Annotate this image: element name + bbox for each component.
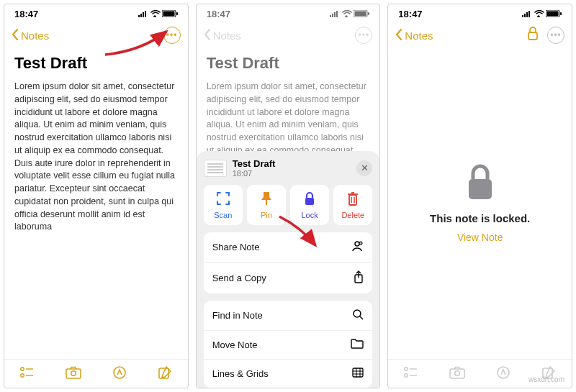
- signal-icon: [138, 9, 149, 19]
- svg-rect-42: [522, 15, 523, 17]
- note-content[interactable]: Test Draft Lorem ipsum dolor sit amet, c…: [4, 47, 188, 359]
- lines-grids-item[interactable]: Lines & Grids: [204, 359, 373, 388]
- note-body: Lorem ipsum dolor sit amet, consectetur …: [14, 81, 178, 234]
- svg-rect-44: [526, 12, 528, 17]
- locked-message: This note is locked.: [430, 212, 530, 224]
- more-button: •••: [355, 27, 372, 44]
- menu-group-2: Find in Note Move Note Lines & Grids: [204, 301, 373, 388]
- svg-rect-1: [140, 14, 142, 17]
- menu-group-1: Share Note Send a Copy: [204, 232, 373, 293]
- status-time: 18:47: [207, 9, 230, 19]
- svg-rect-37: [353, 368, 363, 377]
- draw-icon: [496, 365, 510, 383]
- send-copy-item[interactable]: Send a Copy: [204, 262, 373, 293]
- svg-rect-18: [336, 11, 338, 17]
- pin-icon: [259, 191, 274, 208]
- svg-rect-47: [547, 11, 559, 16]
- move-note-item[interactable]: Move Note: [204, 330, 373, 359]
- view-note-link[interactable]: View Note: [457, 232, 503, 243]
- share-note-item[interactable]: Share Note: [204, 232, 373, 262]
- more-button[interactable]: •••: [163, 27, 181, 44]
- menu-label: Share Note: [212, 242, 260, 252]
- ellipsis-icon: •••: [550, 30, 562, 40]
- back-button: Notes: [204, 29, 241, 42]
- back-button[interactable]: Notes: [12, 29, 49, 42]
- scan-icon: [215, 191, 231, 208]
- wifi-icon: [342, 9, 352, 19]
- svg-rect-19: [354, 10, 367, 17]
- chevron-left-icon: [395, 29, 402, 42]
- status-bar: 18:47: [197, 4, 380, 23]
- svg-rect-49: [528, 32, 537, 40]
- back-label: Notes: [405, 29, 433, 42]
- svg-point-35: [354, 310, 361, 317]
- lock-label: Lock: [301, 211, 318, 219]
- chevron-left-icon: [204, 29, 211, 42]
- svg-rect-15: [330, 15, 331, 17]
- compose-icon[interactable]: [158, 365, 172, 383]
- back-label: Notes: [21, 29, 49, 42]
- sheet-title: Test Draft: [233, 158, 276, 169]
- status-right: [522, 9, 562, 19]
- camera-icon: [449, 366, 465, 382]
- trash-icon: [346, 191, 360, 208]
- menu-label: Lines & Grids: [212, 368, 269, 379]
- checklist-icon[interactable]: [20, 366, 35, 382]
- status-bar: 18:47: [4, 4, 188, 23]
- close-button[interactable]: ✕: [356, 160, 372, 176]
- note-title: Test Draft: [14, 52, 178, 74]
- svg-rect-24: [349, 195, 356, 205]
- nav-bar: Notes •••: [197, 23, 380, 47]
- note-title: Test Draft: [207, 52, 370, 74]
- svg-rect-43: [524, 14, 526, 17]
- svg-rect-16: [332, 14, 333, 17]
- delete-label: Delete: [341, 211, 364, 219]
- camera-icon[interactable]: [66, 366, 81, 382]
- svg-point-9: [20, 373, 24, 377]
- folder-icon: [351, 339, 364, 351]
- svg-point-29: [355, 242, 359, 246]
- pin-label: Pin: [261, 211, 272, 219]
- pin-button[interactable]: Pin: [247, 185, 286, 225]
- svg-rect-5: [163, 11, 174, 16]
- back-label: Notes: [213, 29, 241, 42]
- lock-icon: [302, 191, 317, 208]
- svg-line-36: [360, 316, 363, 319]
- more-button: •••: [547, 27, 564, 44]
- lock-button[interactable]: Lock: [290, 185, 329, 225]
- phone-screen-2: 18:47 Notes ••• Test Draft Lorem ipsum d…: [196, 4, 381, 388]
- draw-icon[interactable]: [112, 365, 127, 383]
- svg-rect-21: [368, 12, 369, 15]
- svg-point-56: [455, 370, 460, 375]
- action-row: Scan Pin Lock Delete: [204, 185, 373, 225]
- svg-rect-50: [469, 179, 492, 199]
- svg-rect-6: [176, 12, 178, 15]
- find-in-note-item[interactable]: Find in Note: [204, 301, 373, 330]
- svg-rect-17: [334, 12, 336, 17]
- ellipsis-icon: •••: [359, 30, 370, 40]
- wifi-icon: [534, 9, 544, 19]
- phone-screen-3: 18:47 Notes ••• This note is locked. Vie…: [387, 4, 572, 388]
- menu-label: Send a Copy: [212, 273, 266, 283]
- svg-rect-20: [355, 11, 366, 16]
- grid-icon: [352, 368, 364, 380]
- ellipsis-icon: •••: [166, 30, 178, 40]
- signal-icon: [522, 9, 533, 19]
- svg-rect-2: [143, 12, 144, 17]
- bottom-toolbar: [388, 359, 572, 388]
- nav-bar: Notes •••: [4, 23, 188, 47]
- status-right: [330, 9, 369, 19]
- menu-label: Find in Note: [212, 310, 263, 321]
- svg-rect-48: [560, 12, 562, 15]
- svg-rect-23: [305, 198, 314, 205]
- scan-label: Scan: [214, 211, 232, 219]
- scan-button[interactable]: Scan: [204, 185, 243, 225]
- back-button[interactable]: Notes: [395, 29, 433, 42]
- svg-rect-45: [528, 11, 530, 17]
- sheet-header: Test Draft 18:07 ✕: [204, 158, 373, 178]
- delete-button[interactable]: Delete: [333, 185, 372, 225]
- lock-toggle-button[interactable]: [527, 27, 539, 44]
- svg-rect-0: [138, 15, 140, 17]
- battery-icon: [546, 9, 562, 19]
- signal-icon: [330, 9, 341, 19]
